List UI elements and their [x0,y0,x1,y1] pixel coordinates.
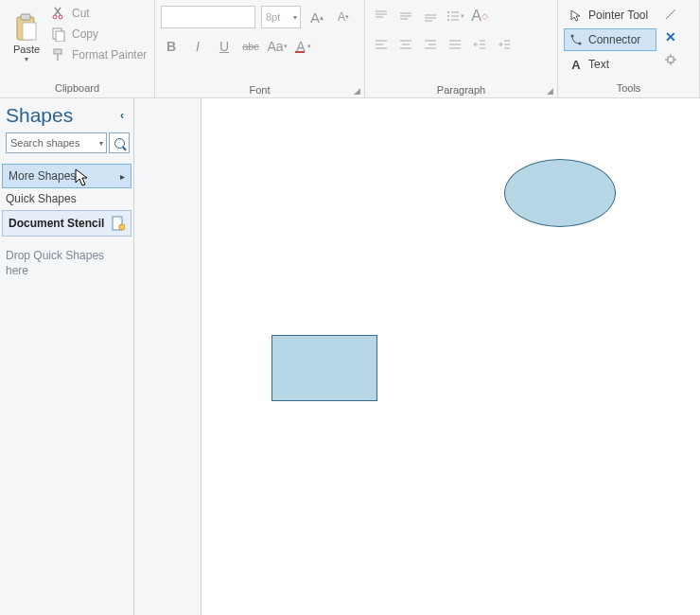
drop-quick-shapes-hint: Drop Quick Shapes here [0,237,133,278]
svg-point-20 [447,15,449,17]
document-stencil-label: Document Stencil [9,217,104,230]
pointer-tool-label: Pointer Tool [588,9,648,22]
italic-button[interactable]: I [187,36,208,57]
bold-button[interactable]: B [161,36,182,57]
svg-point-3 [53,15,57,19]
svg-rect-7 [54,49,61,54]
paste-label: Paste [13,44,40,55]
group-tools: Pointer Tool Connector A Text ✕ Tools [558,0,700,97]
increase-font-size-button[interactable]: A▴ [306,7,327,27]
copy-label: Copy [72,27,98,41]
svg-rect-1 [21,14,30,20]
change-case-button[interactable]: Aa▾ [267,36,288,57]
text-tool-icon: A [569,57,584,72]
cut-button[interactable]: Cut [51,6,147,21]
svg-line-44 [666,9,675,19]
shapes-pane: Shapes ‹ Search shapes ▾ More Shapes ▸ Q… [0,98,134,615]
svg-rect-2 [23,23,36,40]
paste-button[interactable]: Paste ▾ [6,4,47,72]
bullets-button[interactable]: ▾ [445,6,465,26]
strikethrough-button[interactable]: abc [240,36,261,57]
font-family-combo[interactable] [161,6,255,28]
justify-button[interactable] [445,34,465,55]
chevron-right-icon: ▸ [120,171,125,182]
align-bottom-button[interactable] [420,6,441,26]
increase-indent-button[interactable] [494,34,515,55]
align-center-button[interactable] [395,34,416,55]
format-painter-label: Format Painter [72,48,147,62]
cut-label: Cut [72,7,90,20]
group-clipboard: Paste ▾ Cut Copy [0,0,155,97]
decrease-indent-button[interactable] [469,34,490,55]
svg-point-51 [119,224,125,230]
copy-button[interactable]: Copy [51,26,147,42]
document-stencil-item[interactable]: Document Stencil [2,210,131,237]
pointer-tool-button[interactable]: Pointer Tool [564,4,656,26]
cut-icon [51,6,66,21]
line-tool-button[interactable] [662,4,679,25]
close-icon: ✕ [665,29,676,44]
decrease-font-size-button[interactable]: A▾ [333,7,354,27]
search-button[interactable] [109,132,130,153]
drawing-canvas[interactable] [201,98,700,615]
connector-tool-label: Connector [588,33,640,46]
more-shapes-item[interactable]: More Shapes ▸ [2,164,131,188]
document-stencil-icon [112,216,125,231]
canvas-gutter [134,98,201,615]
svg-point-4 [59,15,62,19]
paragraph-dialog-launcher-icon[interactable]: ◢ [371,86,553,96]
font-dialog-launcher-icon[interactable]: ◢ [161,86,360,96]
paste-dropdown-icon: ▾ [25,55,28,63]
format-painter-button[interactable]: Format Painter [51,47,147,62]
align-middle-button[interactable] [395,6,416,26]
quick-shapes-label: Quick Shapes [6,192,77,205]
connection-point-button[interactable] [662,49,679,70]
more-shapes-label: More Shapes [9,169,76,183]
group-tools-label: Tools [564,80,693,96]
group-paragraph: ▾ A◇ Paragraph ◢ [365,0,558,97]
group-clipboard-label: Clipboard [6,80,149,96]
align-left-button[interactable] [371,34,392,55]
connector-icon [569,32,584,47]
text-tool-label: Text [588,58,609,71]
svg-point-22 [447,19,449,21]
text-tool-button[interactable]: A Text [564,53,656,76]
search-placeholder: Search shapes [10,137,79,149]
svg-rect-45 [668,57,674,62]
ellipse-shape[interactable] [504,159,616,227]
cursor-icon [75,168,88,187]
collapse-pane-button[interactable]: ‹ [120,109,124,122]
svg-rect-8 [57,54,59,61]
close-tool-button[interactable]: ✕ [662,26,679,47]
search-shapes-input[interactable]: Search shapes ▾ [6,132,107,153]
align-right-button[interactable] [420,34,441,55]
paste-icon [12,13,41,42]
format-painter-icon [51,47,66,62]
copy-icon [51,26,66,42]
connector-tool-button[interactable]: Connector [564,28,656,51]
pointer-icon [569,8,584,23]
search-dropdown-icon: ▾ [99,139,103,148]
ribbon: Paste ▾ Cut Copy [0,0,700,98]
quick-shapes-item[interactable]: Quick Shapes [0,187,133,210]
rectangle-shape[interactable] [271,335,377,401]
align-top-button[interactable] [371,6,392,26]
shapes-pane-title: Shapes [6,104,73,127]
group-font: 8pt A▴ A▾ B I U abc Aa▾ A▾ Font ◢ [155,0,365,97]
clear-formatting-button[interactable]: A◇ [469,6,490,26]
svg-point-18 [447,11,449,13]
underline-button[interactable]: U [214,36,235,57]
search-icon [114,138,125,149]
font-size-combo[interactable]: 8pt [261,6,301,28]
font-color-button[interactable]: A▾ [293,36,314,57]
svg-rect-6 [56,31,64,42]
main-area: Shapes ‹ Search shapes ▾ More Shapes ▸ Q… [0,98,700,615]
